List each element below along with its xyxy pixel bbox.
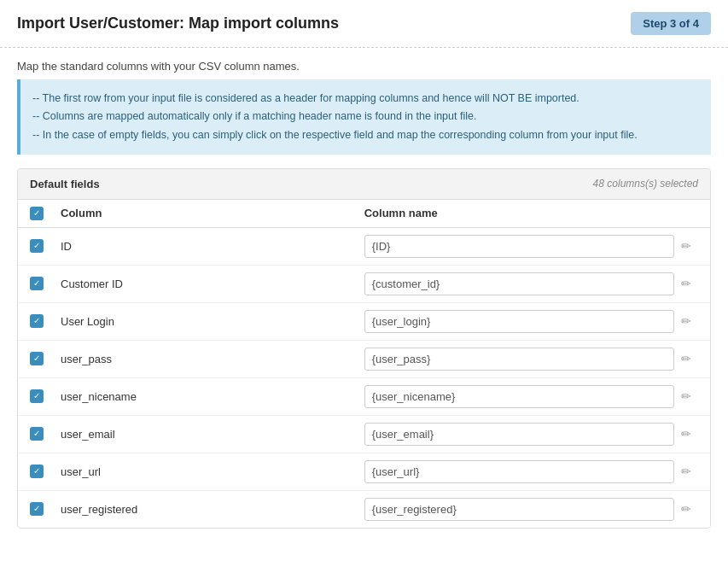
check-icon: ✓ [33, 392, 40, 400]
row-checkbox-cell: ✓ [30, 502, 61, 516]
edit-icon[interactable]: ✏ [681, 277, 691, 290]
column-name-input[interactable] [364, 498, 674, 521]
row-column-name-wrap: ✏ [364, 235, 698, 258]
row-checkbox-2[interactable]: ✓ [30, 314, 44, 328]
row-checkbox-7[interactable]: ✓ [30, 502, 44, 516]
check-icon: ✓ [33, 209, 40, 218]
check-icon: ✓ [33, 317, 40, 325]
row-checkbox-cell: ✓ [30, 465, 61, 478]
row-checkbox-6[interactable]: ✓ [30, 465, 44, 478]
table-row: ✓ ID ✏ [18, 228, 710, 266]
row-checkbox-cell: ✓ [30, 239, 61, 253]
table-rows: ✓ ID ✏ ✓ Customer ID ✏ ✓ User Login ✏ [18, 228, 710, 528]
check-icon: ✓ [33, 505, 40, 513]
column-name-input[interactable] [364, 272, 674, 295]
edit-icon[interactable]: ✏ [681, 239, 691, 253]
row-column-label: user_url [61, 465, 364, 478]
column-name-input[interactable] [364, 460, 674, 483]
col-header-name: Column name [364, 207, 698, 219]
columns-selected-count: 48 columns(s) selected [593, 178, 698, 190]
row-column-label: user_pass [61, 353, 364, 365]
step-badge: Step 3 of 4 [631, 12, 711, 35]
column-name-input[interactable] [364, 423, 674, 446]
column-headers: ✓ Column Column name [18, 200, 710, 228]
row-checkbox-cell: ✓ [30, 427, 61, 441]
column-name-input[interactable] [364, 348, 674, 371]
row-column-label: ID [61, 240, 364, 253]
edit-icon[interactable]: ✏ [681, 502, 691, 516]
table-row: ✓ user_url ✏ [18, 453, 710, 491]
mapping-table: Default fields 48 columns(s) selected ✓ … [17, 168, 711, 529]
row-checkbox-cell: ✓ [30, 389, 61, 403]
table-section-header: Default fields 48 columns(s) selected [18, 169, 710, 200]
table-row: ✓ Customer ID ✏ [18, 266, 710, 303]
column-name-input[interactable] [364, 385, 674, 408]
row-column-label: user_email [61, 428, 364, 441]
column-name-input[interactable] [364, 235, 674, 258]
check-icon: ✓ [33, 354, 40, 363]
row-column-name-wrap: ✏ [364, 385, 698, 408]
table-row: ✓ user_nicename ✏ [18, 378, 710, 416]
table-row: ✓ User Login ✏ [18, 303, 710, 341]
page-subtitle: Map the standard columns with your CSV c… [0, 48, 728, 79]
column-name-input[interactable] [364, 310, 674, 333]
check-icon: ✓ [33, 242, 40, 250]
row-checkbox-5[interactable]: ✓ [30, 427, 44, 441]
info-line-2: -- Columns are mapped automatically only… [32, 108, 699, 126]
info-box: -- The first row from your input file is… [17, 79, 711, 155]
section-title: Default fields [30, 178, 100, 190]
check-icon: ✓ [33, 279, 40, 288]
row-checkbox-1[interactable]: ✓ [30, 277, 44, 290]
edit-icon[interactable]: ✏ [681, 389, 691, 403]
row-column-label: Customer ID [61, 278, 364, 290]
edit-icon[interactable]: ✏ [681, 352, 691, 365]
row-checkbox-cell: ✓ [30, 314, 61, 328]
page-title: Import User/Customer: Map import columns [17, 15, 339, 32]
row-checkbox-cell: ✓ [30, 277, 61, 290]
row-column-label: user_registered [61, 503, 364, 516]
row-column-name-wrap: ✏ [364, 460, 698, 483]
row-column-name-wrap: ✏ [364, 310, 698, 333]
row-column-name-wrap: ✏ [364, 348, 698, 371]
edit-icon[interactable]: ✏ [681, 427, 691, 441]
row-checkbox-3[interactable]: ✓ [30, 352, 44, 365]
row-column-label: User Login [61, 315, 364, 328]
row-column-name-wrap: ✏ [364, 272, 698, 295]
row-column-name-wrap: ✏ [364, 423, 698, 446]
header-checkbox-cell: ✓ [30, 207, 61, 220]
check-icon: ✓ [33, 430, 40, 438]
row-checkbox-0[interactable]: ✓ [30, 239, 44, 253]
row-checkbox-4[interactable]: ✓ [30, 389, 44, 403]
table-row: ✓ user_pass ✏ [18, 341, 710, 378]
edit-icon[interactable]: ✏ [681, 465, 691, 478]
page-header: Import User/Customer: Map import columns… [0, 0, 728, 48]
info-line-1: -- The first row from your input file is… [32, 90, 699, 108]
row-column-label: user_nicename [61, 390, 364, 403]
info-line-3: -- In the case of empty fields, you can … [32, 126, 699, 144]
row-checkbox-cell: ✓ [30, 352, 61, 365]
check-icon: ✓ [33, 467, 40, 476]
table-row: ✓ user_registered ✏ [18, 491, 710, 528]
edit-icon[interactable]: ✏ [681, 314, 691, 328]
table-row: ✓ user_email ✏ [18, 416, 710, 453]
col-header-column: Column [61, 207, 364, 219]
row-column-name-wrap: ✏ [364, 498, 698, 521]
select-all-checkbox[interactable]: ✓ [30, 207, 44, 220]
